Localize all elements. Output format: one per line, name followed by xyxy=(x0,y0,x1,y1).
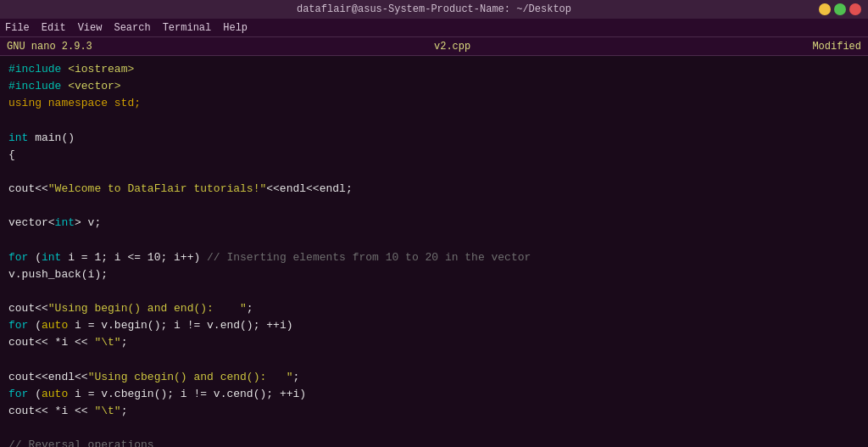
code-line-9 xyxy=(8,198,860,215)
close-button[interactable] xyxy=(849,3,861,15)
code-line-4 xyxy=(8,112,860,129)
code-line-17: cout<< *i << "\t"; xyxy=(8,334,860,351)
code-line-8: cout<<"Welcome to DataFlair tutorials!"<… xyxy=(8,181,860,198)
menu-search[interactable]: Search xyxy=(114,22,150,34)
code-line-18 xyxy=(8,351,860,368)
title-bar: dataflair@asus-System-Product-Name: ~/De… xyxy=(0,0,868,19)
code-line-7 xyxy=(8,164,860,181)
maximize-button[interactable] xyxy=(834,3,846,15)
window-title: dataflair@asus-System-Product-Name: ~/De… xyxy=(297,3,571,15)
filename: v2.cpp xyxy=(92,41,813,53)
code-line-2: #include <vector> xyxy=(8,78,860,95)
modified-indicator: Modified xyxy=(812,41,861,53)
window-controls xyxy=(819,3,861,15)
minimize-button[interactable] xyxy=(819,3,831,15)
code-line-15: cout<<"Using begin() and end(): "; xyxy=(8,300,860,317)
menu-file[interactable]: File xyxy=(5,22,30,34)
code-line-16: for (auto i = v.begin(); i != v.end(); +… xyxy=(8,317,860,334)
menu-terminal[interactable]: Terminal xyxy=(163,22,212,34)
code-line-23: // Reversal operations xyxy=(8,437,860,447)
code-line-12: for (int i = 1; i <= 10; i++) // Inserti… xyxy=(8,249,860,266)
code-line-19: cout<<endl<<"Using cbegin() and cend(): … xyxy=(8,369,860,386)
code-line-20: for (auto i = v.cbegin(); i != v.cend();… xyxy=(8,386,860,403)
menu-edit[interactable]: Edit xyxy=(42,22,66,34)
code-line-13: v.push_back(i); xyxy=(8,266,860,283)
menu-help[interactable]: Help xyxy=(223,22,248,34)
status-bar: GNU nano 2.9.3 v2.cpp Modified xyxy=(0,37,868,56)
code-line-14 xyxy=(8,283,860,300)
code-editor[interactable]: #include <iostream> #include <vector> us… xyxy=(0,56,868,447)
code-line-6: { xyxy=(8,147,860,164)
code-line-1: #include <iostream> xyxy=(8,61,860,78)
code-line-22 xyxy=(8,420,860,437)
code-line-21: cout<< *i << "\t"; xyxy=(8,403,860,420)
code-line-11 xyxy=(8,232,860,249)
code-line-3: using namespace std; xyxy=(8,95,860,112)
code-line-5: int main() xyxy=(8,130,860,147)
menu-bar: File Edit View Search Terminal Help xyxy=(0,19,868,37)
nano-version: GNU nano 2.9.3 xyxy=(7,41,92,53)
code-line-10: vector<int> v; xyxy=(8,215,860,232)
menu-view[interactable]: View xyxy=(78,22,103,34)
